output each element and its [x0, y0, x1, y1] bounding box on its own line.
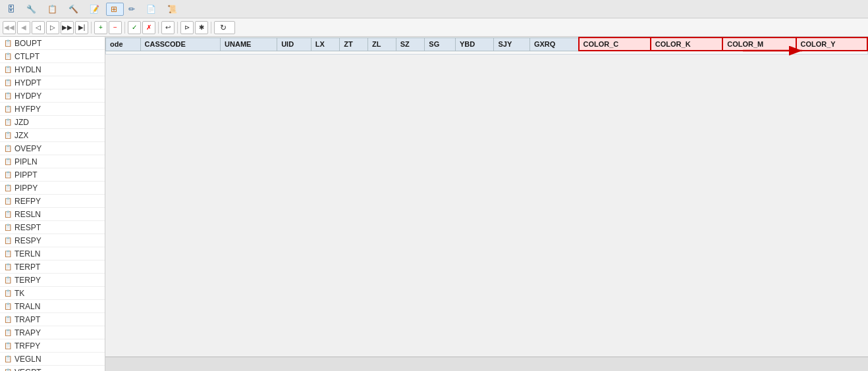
refresh-button[interactable]: ↻: [214, 21, 235, 34]
table-icon: 📋: [4, 210, 12, 218]
tab-data[interactable]: ⊞: [106, 3, 124, 16]
table-icon: 📋: [4, 263, 12, 270]
nav-last[interactable]: ▶|: [75, 21, 88, 34]
sidebar-item-hydpy[interactable]: 📋HYDPY: [0, 89, 105, 103]
sidebar-item-hyfpy[interactable]: 📋HYFPY: [0, 103, 105, 116]
nav-delete[interactable]: −: [109, 21, 122, 34]
ddl-icon: 📄: [146, 5, 156, 14]
sidebar: 📋BOUPT📋CTLPT📋HYDLN📋HYDPT📋HYDPY📋HYFPY📋JZD…: [0, 37, 105, 371]
table-icon: 📋: [4, 158, 12, 165]
nav-next[interactable]: ▷: [46, 21, 59, 34]
table-icon: 📋: [4, 92, 12, 99]
sidebar-item-label: OVEPY: [14, 144, 41, 153]
sidebar-item-vegln[interactable]: 📋VEGLN: [0, 353, 105, 366]
sidebar-item-refpy[interactable]: 📋REFPY: [0, 195, 105, 208]
nav-sep1: [91, 22, 92, 34]
sidebar-item-vegpt[interactable]: 📋VEGPT: [0, 366, 105, 371]
sidebar-item-terln[interactable]: 📋TERLN: [0, 247, 105, 260]
sidebar-item-label: TRAPT: [14, 315, 40, 324]
scripting-icon: 📜: [167, 5, 177, 14]
sidebar-item-trapt[interactable]: 📋TRAPT: [0, 313, 105, 326]
col-header-sg[interactable]: SG: [425, 37, 456, 51]
sidebar-item-label: VEGLN: [14, 355, 41, 364]
col-header-casscode[interactable]: CASSCODE: [140, 37, 221, 51]
sidebar-item-resln[interactable]: 📋RESLN: [0, 208, 105, 221]
table-icon: 📋: [4, 66, 12, 73]
sidebar-item-trapy[interactable]: 📋TRAPY: [0, 326, 105, 339]
col-header-color_c[interactable]: COLOR_C: [579, 37, 651, 51]
nav-next2[interactable]: ▶▶: [61, 21, 74, 34]
sidebar-item-respt[interactable]: 📋RESPT: [0, 221, 105, 234]
table-icon: 📋: [4, 237, 12, 244]
sidebar-item-pippy[interactable]: 📋PIPPY: [0, 182, 105, 195]
nav-prev[interactable]: ◀: [17, 21, 30, 34]
sidebar-item-hydln[interactable]: 📋HYDLN: [0, 63, 105, 76]
col-header-uid[interactable]: UID: [277, 37, 312, 51]
table-icon: 📋: [4, 132, 12, 139]
sidebar-item-ovepy[interactable]: 📋OVEPY: [0, 142, 105, 155]
tab-database[interactable]: 🗄: [3, 3, 22, 16]
nav-all[interactable]: ✱: [195, 21, 208, 34]
table-icon: 📋: [4, 250, 12, 257]
nav-sep2: [124, 22, 125, 34]
sidebar-item-label: TERPY: [14, 276, 41, 285]
tab-design[interactable]: ✏: [124, 3, 142, 16]
sidebar-item-label: TERPT: [14, 262, 40, 272]
sidebar-item-pippt[interactable]: 📋PIPPT: [0, 168, 105, 182]
nav-cancel[interactable]: ✗: [142, 21, 155, 34]
sidebar-item-terpt[interactable]: 📋TERPT: [0, 260, 105, 274]
tab-scripting[interactable]: 📜: [163, 3, 184, 16]
tab-extensions[interactable]: 🔧: [22, 3, 43, 16]
sidebar-item-label: JZX: [14, 131, 28, 140]
sidebar-item-trfpy[interactable]: 📋TRFPY: [0, 339, 105, 353]
sidebar-item-label: PIPPT: [14, 170, 38, 180]
sidebar-item-hydpt[interactable]: 📋HYDPT: [0, 76, 105, 89]
table-icon: 📋: [4, 145, 12, 152]
data-icon: ⊞: [111, 5, 117, 14]
col-header-color_m[interactable]: COLOR_M: [722, 37, 796, 51]
sidebar-item-tk[interactable]: 📋TK: [0, 287, 105, 300]
tab-ddl[interactable]: 📄: [142, 3, 163, 16]
table-icon: 📋: [4, 289, 12, 297]
sidebar-item-ctlpt[interactable]: 📋CTLPT: [0, 50, 105, 63]
col-header-zl[interactable]: ZL: [368, 37, 396, 51]
col-header-zt[interactable]: ZT: [340, 37, 368, 51]
nav-sep5: [211, 22, 211, 34]
sidebar-item-label: TRFPY: [14, 341, 40, 351]
sidebar-item-jzx[interactable]: 📋JZX: [0, 129, 105, 142]
col-header-color_k[interactable]: COLOR_K: [651, 37, 722, 51]
tab-sql[interactable]: 📝: [85, 3, 106, 16]
sidebar-item-pipln[interactable]: 📋PIPLN: [0, 155, 105, 168]
col-header-lx[interactable]: LX: [311, 37, 340, 51]
nav-first[interactable]: ◀◀: [3, 21, 16, 34]
nav-add[interactable]: +: [94, 21, 107, 34]
sidebar-item-traln[interactable]: 📋TRALN: [0, 300, 105, 313]
col-header-sz[interactable]: SZ: [396, 37, 425, 51]
nav-filter[interactable]: ⊳: [180, 21, 194, 34]
sidebar-item-jzd[interactable]: 📋JZD: [0, 116, 105, 129]
table-icon: 📋: [4, 79, 12, 86]
sidebar-item-boupt[interactable]: 📋BOUPT: [0, 37, 105, 50]
sidebar-item-label: TRALN: [14, 302, 40, 311]
sidebar-item-respy[interactable]: 📋RESPY: [0, 234, 105, 247]
col-header-sjy[interactable]: SJY: [494, 37, 530, 51]
sidebar-item-label: HYDPT: [14, 78, 41, 87]
col-header-color_y[interactable]: COLOR_Y: [796, 37, 868, 51]
sidebar-item-label: RESPY: [14, 236, 41, 245]
nav-sep4: [177, 22, 178, 34]
data-table: odeCASSCODEUNAMEUIDLXZTZLSZSGYBDSJYGXRQC…: [105, 37, 868, 55]
col-header-uname[interactable]: UNAME: [221, 37, 277, 51]
nav-prev2[interactable]: ◁: [32, 21, 45, 34]
col-header-code[interactable]: ode: [106, 37, 141, 51]
sidebar-item-label: PIPLN: [14, 157, 38, 166]
table-icon: 📋: [4, 118, 12, 126]
nav-undo[interactable]: ↩: [161, 21, 175, 34]
sidebar-item-terpy[interactable]: 📋TERPY: [0, 274, 105, 287]
data-area: odeCASSCODEUNAMEUIDLXZTZLSZSGYBDSJYGXRQC…: [105, 37, 868, 371]
col-header-ybd[interactable]: YBD: [455, 37, 493, 51]
grid-wrapper[interactable]: odeCASSCODEUNAMEUIDLXZTZLSZSGYBDSJYGXRQC…: [105, 37, 868, 357]
tab-schema[interactable]: 📋: [43, 3, 64, 16]
nav-check[interactable]: ✓: [128, 21, 141, 34]
tab-sql-builder[interactable]: 🔨: [64, 3, 85, 16]
col-header-gxrq[interactable]: GXRQ: [529, 37, 578, 51]
